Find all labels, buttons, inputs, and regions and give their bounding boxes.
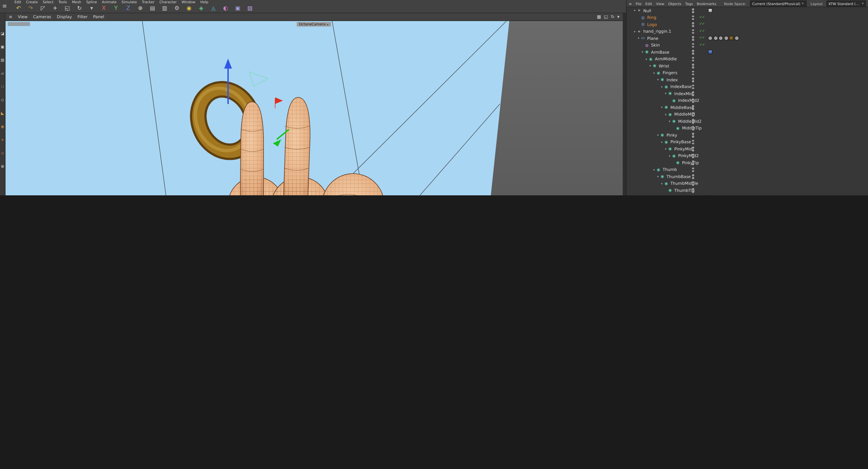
expand-icon[interactable]: ▾ <box>660 140 664 143</box>
tree-item-fingers[interactable]: ▾◉Fingers <box>626 69 868 76</box>
expand-icon[interactable]: ▾ <box>668 154 672 157</box>
visibility-dots[interactable] <box>692 154 694 158</box>
volume-icon[interactable]: ◬ <box>209 4 217 12</box>
tree-item-logo[interactable]: ◎Logo✓✓ <box>626 21 868 28</box>
expand-icon[interactable]: ▾ <box>656 133 660 137</box>
tree-item-null[interactable]: ▾+Null <box>626 7 868 14</box>
om-menu-view[interactable]: View <box>656 1 664 5</box>
visibility-dots[interactable] <box>692 119 694 124</box>
render-view-icon[interactable]: ▤ <box>148 4 157 12</box>
viewport-solo-icon[interactable]: ● <box>1 165 4 169</box>
scale-icon[interactable]: ◱ <box>63 4 71 12</box>
lock-x-axis-icon[interactable]: X <box>100 4 108 12</box>
undo-icon[interactable]: ↶ <box>14 4 23 12</box>
visibility-dots[interactable] <box>692 29 694 34</box>
tree-item-pinkymid2[interactable]: ▾◉PinkyMid2 <box>626 152 868 159</box>
visibility-dots[interactable] <box>692 15 694 20</box>
tree-item-middlebase[interactable]: ▾◉MiddleBase <box>626 104 868 111</box>
visibility-dots[interactable] <box>692 133 694 137</box>
viewport-menu-view[interactable]: View <box>18 14 27 19</box>
visibility-dots[interactable] <box>692 181 694 186</box>
panel-divider[interactable] <box>623 13 626 195</box>
viewport-canvas[interactable]: x z <box>5 21 623 195</box>
redo-icon[interactable]: ↷ <box>27 4 35 12</box>
tex-tag-icon[interactable] <box>708 36 712 40</box>
tree-item-middlemid2[interactable]: ▾◉MiddleMid2 <box>626 118 868 125</box>
tree-item-indexmid[interactable]: ▾◉IndexMid <box>626 90 868 97</box>
simulate-icon[interactable]: ◈ <box>197 4 206 12</box>
last-tool-icon[interactable]: ▾ <box>87 4 96 12</box>
tex-tag-icon[interactable] <box>724 36 728 40</box>
expand-icon[interactable]: ▾ <box>633 9 637 12</box>
tree-item-pinkytip[interactable]: ◉PinkyTip <box>626 159 868 166</box>
lock-z-axis-icon[interactable]: Z <box>124 4 132 12</box>
gray-tag-icon[interactable] <box>708 8 712 13</box>
visibility-dots[interactable] <box>692 57 694 61</box>
camera-label[interactable]: OctaneCamera ▸ <box>297 22 331 27</box>
move-icon[interactable]: + <box>51 4 59 12</box>
camera-icon[interactable]: ▣ <box>234 4 242 12</box>
visibility-dots[interactable] <box>692 160 694 165</box>
visibility-dots[interactable] <box>692 140 694 144</box>
axis-mode-icon[interactable]: + <box>1 138 4 142</box>
enable-check-icon[interactable]: ✓✓ <box>699 29 705 33</box>
tree-item-hand-riggin-1[interactable]: ▾+hand_riggin.1✓✓ <box>626 28 868 35</box>
visibility-dots[interactable] <box>692 77 694 82</box>
visibility-dots[interactable] <box>692 105 694 110</box>
visibility-dots[interactable] <box>692 50 694 54</box>
workplane-mode-icon[interactable]: ▱ <box>1 72 4 76</box>
tree-item-armbase[interactable]: ▾◉ArmBase <box>626 48 868 56</box>
visibility-dots[interactable] <box>692 64 694 68</box>
enable-check-icon[interactable]: ✓✓ <box>699 22 705 26</box>
expand-icon[interactable]: ▾ <box>641 51 644 54</box>
viewport-options-icon[interactable]: ▾ <box>617 14 620 19</box>
points-mode-icon[interactable]: ∷ <box>1 85 4 89</box>
om-menu-bookmarks[interactable]: Bookmarks <box>697 1 716 5</box>
expand-icon[interactable]: ▾ <box>633 30 637 33</box>
viewport-menu-display[interactable]: Display <box>57 14 72 19</box>
main-menu-icon[interactable]: ≡ <box>2 3 7 9</box>
expand-icon[interactable]: ▾ <box>644 57 648 61</box>
visibility-dots[interactable] <box>692 126 694 130</box>
tex-tag-icon[interactable] <box>713 36 718 40</box>
object-manager-menu-icon[interactable]: ≡ <box>629 1 632 5</box>
enable-check-icon[interactable]: ✓✓ <box>699 15 705 19</box>
tweak-mode-icon[interactable]: ◉ <box>1 125 4 129</box>
tree-item-indexmid2[interactable]: ◉IndexMid2 <box>626 97 868 104</box>
tree-item-middletip[interactable]: ◉MiddleTip <box>626 125 868 132</box>
model-mode-icon[interactable]: ▣ <box>1 45 4 49</box>
edges-mode-icon[interactable]: ◇ <box>1 98 4 102</box>
tree-item-indexbase[interactable]: ▾◉IndexBase <box>626 83 868 90</box>
visibility-dots[interactable] <box>692 84 694 89</box>
tree-item-thumb[interactable]: ▾◉Thumb <box>626 166 868 173</box>
enable-check-icon[interactable]: ✓✓ <box>699 35 705 40</box>
expand-icon[interactable]: ▾ <box>668 120 672 123</box>
tree-item-pinky[interactable]: ▾◉Pinky <box>626 132 868 138</box>
tree-item-pinkymid[interactable]: ▾◉PinkyMid <box>626 145 868 152</box>
texture-mode-icon[interactable]: ▨ <box>1 59 4 62</box>
tree-item-armmiddle[interactable]: ▾◉ArmMiddle <box>626 56 868 62</box>
render-picture-viewer-icon[interactable]: ▥ <box>160 4 169 12</box>
lock-y-axis-icon[interactable]: Y <box>112 4 120 12</box>
visibility-dots[interactable] <box>692 188 694 193</box>
om-menu-file[interactable]: File <box>636 1 641 5</box>
tree-item-skin[interactable]: ◍Skin✓✓ <box>626 42 868 48</box>
viewport-sync-icon[interactable]: ↻ <box>611 14 614 19</box>
visibility-dots[interactable] <box>692 98 694 103</box>
tree-item-wrist[interactable]: ▾◉Wrist <box>626 62 868 69</box>
live-selection-icon[interactable]: ◸ <box>39 4 47 12</box>
modeling-axis-icon[interactable]: ◉ <box>185 4 193 12</box>
visibility-dots[interactable] <box>692 112 694 116</box>
expand-icon[interactable]: ▾ <box>660 85 664 88</box>
viewport-menu-icon[interactable]: ≡ <box>9 14 12 19</box>
tree-item-octanelight-1[interactable]: ▣OctaneLight.1 <box>626 194 868 195</box>
visibility-dots[interactable] <box>692 174 694 179</box>
om-menu-edit[interactable]: Edit <box>646 1 652 5</box>
viewport-menu-panel[interactable]: Panel <box>93 14 104 19</box>
om-menu-objects[interactable]: Objects <box>668 1 681 5</box>
expand-icon[interactable]: ▾ <box>660 182 664 185</box>
visibility-dots[interactable] <box>692 167 694 172</box>
viewport-menu-filter[interactable]: Filter <box>78 14 88 19</box>
layout-select[interactable]: KTW Standard (User)▾ <box>827 0 866 6</box>
expand-icon[interactable]: ▾ <box>664 92 668 95</box>
